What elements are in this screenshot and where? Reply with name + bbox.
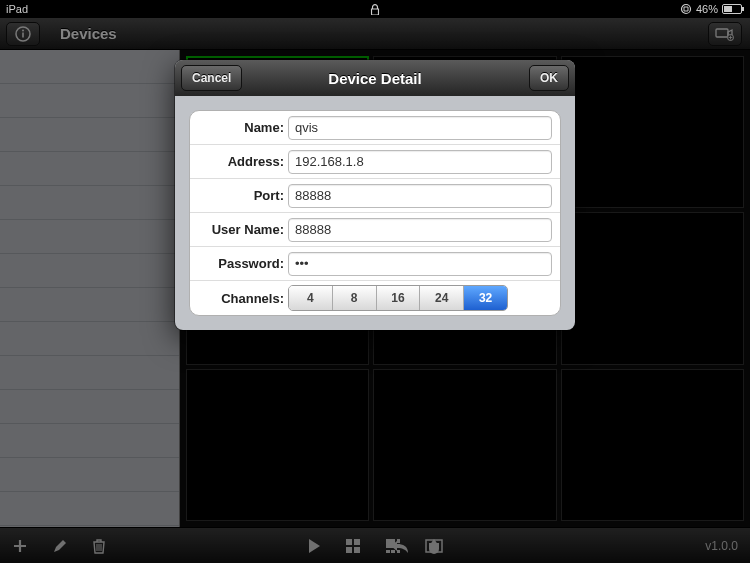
lock-icon — [371, 4, 380, 15]
form-group: Name: Address: Port: User Name: Password… — [189, 110, 561, 316]
modal-header: Cancel Device Detail OK — [175, 60, 575, 96]
channels-label: Channels: — [198, 291, 288, 306]
modal-title: Device Detail — [328, 70, 421, 87]
password-input[interactable] — [288, 252, 552, 276]
username-label: User Name: — [198, 222, 288, 237]
name-label: Name: — [198, 120, 288, 135]
channels-option-8[interactable]: 8 — [333, 286, 377, 310]
rotation-lock-icon — [680, 3, 692, 15]
password-label: Password: — [198, 256, 288, 271]
port-label: Port: — [198, 188, 288, 203]
channels-segmented[interactable]: 48162432 — [288, 285, 508, 311]
address-label: Address: — [198, 154, 288, 169]
battery-icon — [722, 4, 744, 14]
channels-option-16[interactable]: 16 — [377, 286, 421, 310]
port-input[interactable] — [288, 184, 552, 208]
channels-option-4[interactable]: 4 — [289, 286, 333, 310]
svg-rect-2 — [742, 7, 744, 11]
channels-option-24[interactable]: 24 — [420, 286, 464, 310]
channels-option-32[interactable]: 32 — [464, 286, 507, 310]
cancel-button[interactable]: Cancel — [181, 65, 242, 91]
battery-text: 46% — [696, 3, 718, 15]
username-input[interactable] — [288, 218, 552, 242]
status-device: iPad — [6, 3, 28, 15]
ipad-status-bar: iPad 46% — [0, 0, 750, 18]
svg-rect-3 — [724, 6, 732, 12]
address-input[interactable] — [288, 150, 552, 174]
device-detail-modal: Cancel Device Detail OK Name: Address: P… — [175, 60, 575, 330]
svg-point-0 — [681, 5, 690, 14]
name-input[interactable] — [288, 116, 552, 140]
ok-button[interactable]: OK — [529, 65, 569, 91]
